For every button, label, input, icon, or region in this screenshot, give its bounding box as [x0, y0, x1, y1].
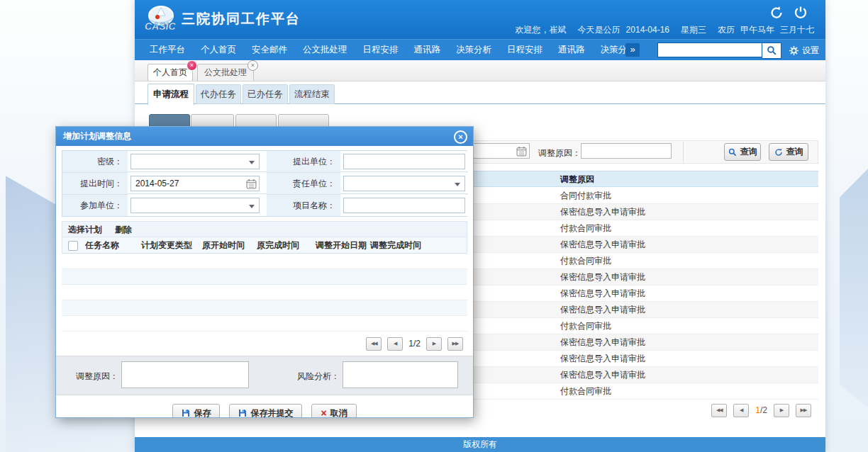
lunar-day: 三月十七	[780, 25, 814, 35]
today-prefix: 今天是公历	[578, 25, 621, 35]
col-orig-finish: 原完成时间	[257, 237, 299, 253]
dialog-title: 增加计划调整信息	[63, 127, 131, 146]
col-adjust-start: 调整开始日期	[316, 237, 367, 253]
reason-filter-input[interactable]	[581, 143, 672, 159]
last-page-icon[interactable]: ▶▶	[796, 404, 811, 417]
propose-unit-input[interactable]	[343, 154, 465, 169]
nav-item-7[interactable]: 决策分析	[448, 40, 499, 60]
propose-time-value: 2014-05-27	[135, 176, 179, 191]
propose-time-input[interactable]: 2014-05-27	[130, 176, 260, 191]
plan-table-header: 任务名称 计划变更类型 原开始时间 原完成时间 调整开始日期 调整完成时间	[62, 237, 467, 254]
dialog-bottom-fields: 调整原因： 风险分析：	[56, 356, 473, 395]
settings-label: 设置	[802, 45, 819, 57]
participant-unit-label: 参加单位：	[62, 195, 128, 216]
page-indicator: 1/2	[755, 405, 767, 415]
window-tab-docs[interactable]: 公文批处理	[197, 64, 254, 81]
tab-apply-flow[interactable]: 申请流程	[148, 84, 194, 105]
search-icon	[728, 148, 737, 157]
app-title: 三院协同工作平台	[182, 10, 301, 28]
nav-item-1[interactable]: 工作平台	[142, 40, 193, 60]
casic-logo-icon: CASIC	[143, 4, 177, 35]
reset-query-button[interactable]: 查询	[769, 143, 808, 161]
search-input[interactable]	[657, 43, 764, 57]
project-name-input[interactable]	[343, 198, 465, 213]
nav-more-button[interactable]: »	[625, 43, 640, 57]
plan-toolbar: 选择计划删除	[62, 221, 467, 237]
nav-item-4[interactable]: 公文批处理	[295, 40, 355, 60]
dialog-form: 密级： 提出单位： 提出时间： 2014-05-27 责任单位：	[62, 150, 467, 217]
nav-item-8[interactable]: 日程安排	[499, 40, 550, 60]
logo-text: CASIC	[145, 21, 176, 32]
main-nav: 工作平台 个人首页 安全邮件 公文批处理 日程安排 通讯路 决策分析 日程安排 …	[135, 39, 825, 61]
project-name-label: 项目名称：	[267, 195, 340, 216]
calendar-icon[interactable]	[516, 146, 527, 157]
total-pages: /2	[760, 405, 767, 415]
plan-table-empty-row	[62, 269, 467, 285]
weekday: 星期三	[681, 25, 706, 35]
save-button[interactable]: 保存	[172, 404, 220, 418]
risk-textarea[interactable]	[343, 361, 458, 388]
close-icon[interactable]: ×	[454, 130, 467, 144]
save-and-submit-button-label: 保存并提交	[250, 407, 293, 419]
next-page-icon[interactable]: ▶	[426, 337, 442, 351]
select-all-checkbox[interactable]	[68, 241, 78, 251]
select-plan-button[interactable]: 选择计划	[68, 225, 102, 235]
prev-page-icon[interactable]: ◀	[387, 337, 403, 351]
search-icon	[767, 45, 777, 56]
tab-todo-tasks[interactable]: 代办任务	[196, 84, 241, 104]
secrecy-label: 密级：	[62, 151, 128, 173]
lunar-label: 农历	[718, 25, 735, 35]
tab-done-tasks[interactable]: 已办任务	[243, 84, 288, 104]
plan-table-empty-row	[62, 316, 467, 332]
welcome-bar: 欢迎您，崔斌今天是公历2014-04-16星期三农历甲午马年三月十七	[516, 24, 814, 36]
close-icon[interactable]: ×	[247, 60, 258, 71]
last-page-icon[interactable]: ▶▶	[447, 337, 463, 351]
footer-copyright: 版权所有	[135, 437, 825, 452]
nav-item-9[interactable]: 通讯路	[550, 40, 593, 60]
refresh-icon	[774, 148, 783, 157]
nav-item-5[interactable]: 日程安排	[355, 40, 406, 60]
window-tab-strip: 个人首页 × 公文批处理 ×	[135, 60, 825, 81]
tab-flow-end[interactable]: 流程结束	[289, 84, 335, 104]
lunar-year: 甲午马年	[740, 25, 774, 35]
add-plan-adjustment-dialog: 增加计划调整信息 × 密级： 提出单位： 提出时间： 2014-05-27	[55, 126, 474, 418]
nav-item-6[interactable]: 通讯路	[406, 40, 449, 60]
power-icon[interactable]	[793, 5, 808, 21]
next-page-icon[interactable]: ▶	[774, 404, 789, 417]
prev-page-icon[interactable]: ◀	[733, 404, 749, 417]
save-and-submit-button[interactable]: 保存并提交	[229, 404, 302, 418]
responsible-unit-select[interactable]	[343, 176, 465, 191]
cancel-button[interactable]: × 取消	[311, 404, 356, 418]
reason-filter-label: 调整原因：	[538, 147, 581, 159]
participant-unit-select[interactable]	[130, 198, 260, 213]
first-page-icon[interactable]: ◀◀	[366, 337, 382, 351]
calendar-icon[interactable]	[246, 179, 257, 189]
chevron-down-icon	[249, 205, 255, 208]
nav-items: 工作平台 个人首页 安全邮件 公文批处理 日程安排 通讯路 决策分析 日程安排 …	[142, 40, 644, 60]
plan-pagination: ◀◀ ◀ 1/2 ▶ ▶▶	[62, 336, 463, 351]
chevron-down-icon	[455, 183, 460, 186]
propose-unit-label: 提出单位：	[267, 151, 340, 173]
col-adjust-finish: 调整完成时间	[370, 237, 421, 253]
divider	[683, 142, 684, 162]
save-icon	[182, 409, 190, 417]
save-button-label: 保存	[194, 407, 211, 419]
top-header: CASIC 三院协同工作平台 欢迎您，崔斌今天是公历2014-04-16星期三农…	[135, 0, 825, 39]
gear-icon	[789, 45, 799, 56]
query-button[interactable]: 查询	[724, 143, 761, 161]
plan-table-empty-row	[62, 285, 467, 300]
cancel-button-label: 取消	[330, 407, 347, 419]
reason-textarea[interactable]	[121, 361, 249, 388]
current-page: 1	[755, 405, 760, 415]
nav-item-3[interactable]: 安全邮件	[244, 40, 295, 60]
first-page-icon[interactable]: ◀◀	[711, 404, 727, 417]
query-button-label: 查询	[740, 146, 757, 158]
nav-item-2[interactable]: 个人首页	[193, 40, 244, 60]
delete-plan-button[interactable]: 删除	[115, 225, 132, 235]
settings-button[interactable]: 设置	[789, 43, 819, 58]
refresh-icon[interactable]	[769, 5, 784, 21]
decorative-shape-right	[840, 169, 868, 408]
close-icon[interactable]: ×	[187, 60, 197, 71]
search-button[interactable]	[762, 43, 781, 59]
secrecy-select[interactable]	[130, 154, 260, 169]
